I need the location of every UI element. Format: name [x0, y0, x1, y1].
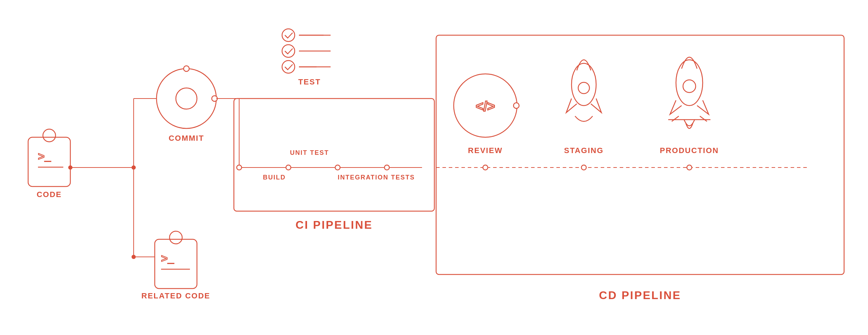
test-label: TEST [298, 77, 321, 86]
review-label: REVIEW [468, 146, 503, 155]
build-label: BUILD [263, 174, 286, 181]
production-rocket-nose [682, 57, 697, 69]
diagram-container: .stroke-red { stroke: #d94f3a; stroke-wi… [0, 0, 868, 335]
staging-label: STAGING [564, 146, 604, 155]
production-leg-left [672, 116, 679, 121]
commit-label: COMMIT [168, 134, 204, 143]
review-dot [513, 103, 519, 108]
dot-pipeline-2 [286, 165, 291, 170]
commit-dot-top [184, 66, 189, 71]
staging-rocket-nose [577, 60, 591, 70]
ci-pipeline-box [234, 99, 434, 211]
commit-outer-circle [157, 69, 216, 128]
dot-cd-1 [483, 165, 488, 170]
test-check-3 [282, 61, 295, 73]
cd-pipeline-box [436, 35, 844, 274]
staging-rocket-window [578, 82, 589, 94]
svg-text:>_: >_ [38, 150, 51, 163]
unit-test-label: UNIT TEST [290, 149, 329, 156]
related-code-user-head [170, 231, 182, 244]
svg-text:>_: >_ [161, 252, 174, 265]
ci-pipeline-label: CI PIPELINE [295, 219, 373, 231]
dot-cd-3 [687, 165, 692, 170]
integration-tests-label: INTEGRATION TESTS [338, 174, 415, 181]
code-user-head [43, 129, 56, 142]
code-label: CODE [37, 190, 62, 199]
cd-pipeline-label: CD PIPELINE [599, 289, 681, 302]
commit-inner-circle [176, 88, 197, 109]
production-rocket-fin-right [697, 100, 709, 114]
production-leg-right [700, 116, 707, 121]
test-check-1 [282, 29, 295, 42]
staging-rocket-fin-right [591, 99, 601, 113]
dot-pipeline-3 [335, 165, 340, 170]
production-exhaust [684, 120, 695, 126]
production-rocket-fin-left [670, 100, 682, 114]
related-code-label: RELATED CODE [141, 291, 210, 300]
dot-cd-2 [581, 165, 586, 170]
dot-code-end [68, 165, 72, 170]
production-label: PRODUCTION [660, 146, 719, 155]
review-code-symbol: </> [476, 99, 495, 114]
dot-pipeline-4 [384, 165, 389, 170]
dot-pipeline-1 [237, 165, 242, 170]
test-check-2 [282, 45, 295, 57]
staging-flame [575, 116, 593, 121]
staging-rocket-fin-left [566, 99, 577, 113]
production-rocket-window [683, 80, 696, 93]
